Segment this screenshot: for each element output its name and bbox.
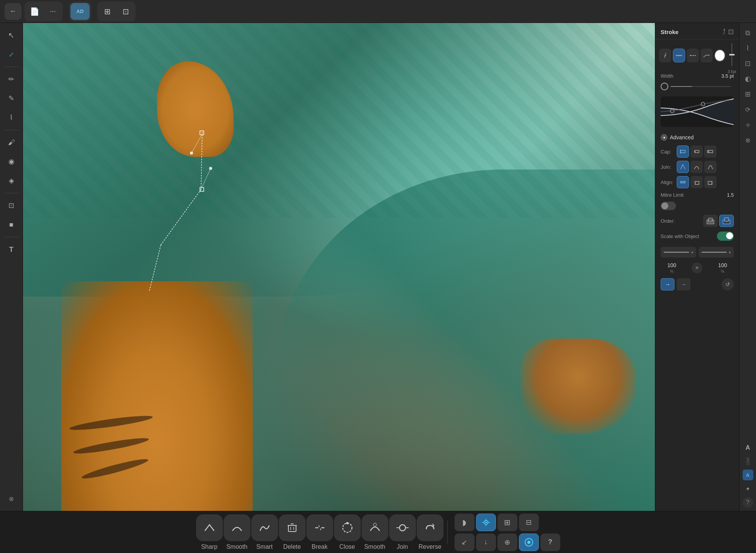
bottom-divider	[447, 521, 448, 544]
document-button[interactable]: 📄	[26, 3, 43, 20]
delete-tool[interactable]: Delete	[279, 514, 306, 550]
canvas-area[interactable]	[23, 23, 655, 511]
close-button[interactable]	[334, 514, 361, 541]
dash-line-preview-2	[702, 252, 727, 253]
fill-tool[interactable]: ◉	[3, 153, 20, 170]
snap-grid-btn[interactable]: ⊞	[497, 514, 517, 531]
curve-display[interactable]	[661, 96, 734, 127]
refresh-button[interactable]: ↺	[722, 278, 734, 290]
join-row: Join:	[655, 159, 739, 175]
svg-rect-35	[725, 218, 728, 222]
align-center-button[interactable]	[677, 176, 689, 188]
scale-toggle[interactable]	[717, 232, 734, 241]
smooth-button-2[interactable]	[362, 514, 388, 541]
align-left-btn[interactable]: ↙	[455, 533, 475, 551]
smart-tool[interactable]: Smart	[251, 514, 278, 550]
break-tool[interactable]: Break	[306, 514, 333, 550]
join-tool[interactable]: Join	[389, 514, 416, 550]
stroke-color-swatch[interactable]	[714, 49, 725, 62]
stroke-panel-header: Stroke ⤴ ⊡	[655, 23, 739, 39]
arrow-end-button[interactable]: →	[677, 278, 691, 290]
back-button[interactable]: ←	[5, 3, 21, 20]
join-miter-button[interactable]	[677, 161, 689, 173]
dash-row-1: ▾ ▾	[655, 245, 739, 260]
question-btn[interactable]: ?	[540, 533, 560, 551]
advanced-header[interactable]: ▾ Advanced	[655, 131, 739, 144]
stroke-type-line[interactable]	[673, 49, 685, 62]
swatches-panel-icon[interactable]: ⊞	[741, 87, 755, 101]
snap-guides-btn[interactable]: ⊟	[519, 514, 539, 531]
join-bevel-button[interactable]	[704, 161, 717, 173]
history-panel-icon[interactable]: ⊗	[741, 133, 755, 147]
select-tool[interactable]: ↖	[3, 27, 20, 44]
stroke-panel-title: Stroke	[661, 29, 679, 35]
width-slider-fill	[671, 86, 692, 87]
text-tool[interactable]: T	[3, 241, 20, 258]
align-inside-button[interactable]	[691, 176, 703, 188]
node-tool[interactable]: ⤢	[3, 46, 20, 63]
more-options-icon[interactable]: ✦	[741, 482, 755, 496]
link-button[interactable]: ⚭	[692, 263, 702, 273]
crop-tool[interactable]: ⊡	[3, 197, 20, 214]
join-button[interactable]	[389, 514, 416, 541]
order-above-button[interactable]	[719, 215, 734, 227]
panels-button[interactable]: ⊡	[117, 3, 134, 20]
smooth-tool-2[interactable]: Smooth	[362, 514, 388, 550]
char-style-icon[interactable]: A	[741, 441, 755, 455]
delete-button[interactable]	[279, 514, 306, 541]
order-below-button[interactable]	[703, 215, 718, 227]
width-slider-thumb[interactable]	[661, 83, 668, 90]
dash-line-preview	[664, 252, 689, 253]
break-button[interactable]	[306, 514, 333, 541]
dash-end-selector[interactable]: ▾	[699, 247, 734, 258]
layers-panel-icon[interactable]: ⧉	[741, 26, 755, 40]
more-button[interactable]: ···	[44, 3, 61, 20]
color-picker-tool[interactable]: ◈	[3, 172, 20, 189]
brush-panel-icon[interactable]: ⌇	[741, 41, 755, 55]
stroke-type-pressure[interactable]	[700, 49, 713, 62]
dash-start-selector[interactable]: ▾	[661, 247, 696, 258]
smooth-button-1[interactable]	[224, 514, 250, 541]
align-outside-button[interactable]	[704, 176, 717, 188]
pen-tool[interactable]: ✏	[3, 71, 20, 88]
cap-butt-button[interactable]	[677, 145, 689, 158]
snap-node-btn[interactable]	[476, 514, 496, 531]
node-mode-btn[interactable]	[519, 533, 539, 551]
pencil-tool[interactable]: ✎	[3, 90, 20, 107]
symbols-panel-icon[interactable]: ⟳	[741, 103, 755, 116]
smart-button[interactable]	[251, 514, 278, 541]
delete-tool[interactable]: ⊗	[3, 490, 20, 507]
transform-panel-icon[interactable]: ⊡	[741, 57, 755, 70]
width-slider-container[interactable]	[661, 81, 734, 92]
effects-panel-icon[interactable]: ⟡	[741, 118, 755, 132]
align-down-btn[interactable]: ↓	[476, 533, 496, 551]
stroke-type-dash[interactable]	[687, 49, 699, 62]
color-panel-icon[interactable]: ◐	[741, 72, 755, 86]
stroke-type-plain[interactable]: /	[659, 49, 671, 62]
paint-tool[interactable]: 🖌	[3, 134, 20, 151]
magnet-btn[interactable]: ◗	[455, 514, 475, 531]
panel-options-icon[interactable]: ⊡	[728, 28, 734, 36]
app-logo[interactable]: AD	[70, 3, 90, 20]
grid-view-button[interactable]: ⊞	[99, 3, 116, 20]
shape-tool[interactable]: ■	[3, 216, 20, 233]
character-panel-icon[interactable]: A	[743, 470, 753, 480]
arrow-start-button[interactable]: →	[661, 278, 674, 290]
reverse-tool[interactable]: Reverse	[417, 514, 443, 550]
close-tool[interactable]: Close	[334, 514, 361, 550]
svg-point-45	[343, 523, 352, 532]
sharp-tool[interactable]: Sharp	[196, 514, 223, 550]
panel-export-icon[interactable]: ⤴	[722, 28, 726, 36]
join-round-button[interactable]	[691, 161, 703, 173]
cap-round-button[interactable]	[691, 145, 703, 158]
dragon-scales	[23, 23, 655, 218]
vector-brush-tool[interactable]: ⌇	[3, 109, 20, 126]
mitre-toggle[interactable]	[661, 202, 676, 210]
help-icon[interactable]: ?	[743, 497, 753, 508]
reverse-button[interactable]	[417, 514, 443, 541]
sharp-button[interactable]	[196, 514, 223, 541]
width-slider-track[interactable]	[671, 86, 731, 87]
smooth-tool-1[interactable]: Smooth	[224, 514, 250, 550]
cap-square-button[interactable]	[704, 145, 717, 158]
distribute-btn[interactable]: ⊕	[497, 533, 517, 551]
